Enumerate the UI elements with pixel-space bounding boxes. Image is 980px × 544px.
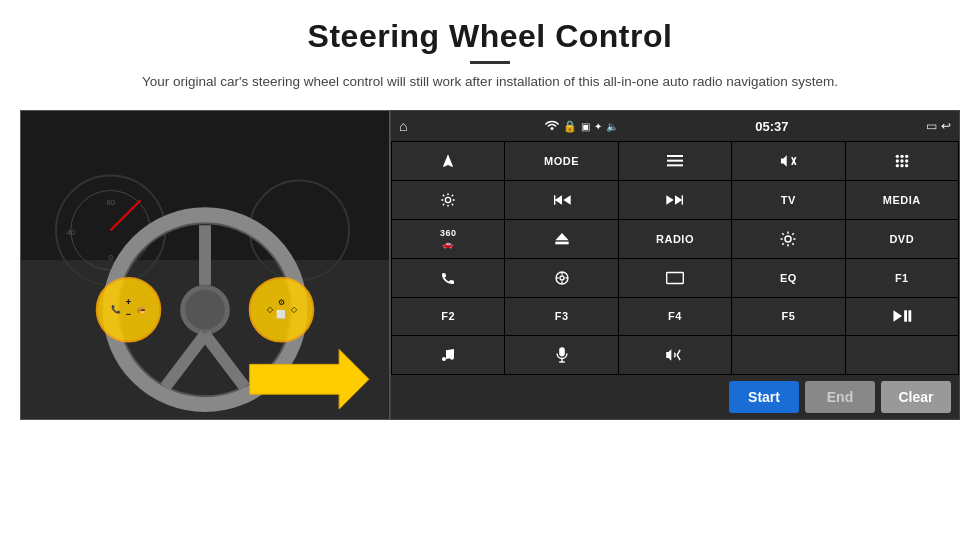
svg-text:⚙: ⚙: [278, 298, 285, 307]
svg-rect-50: [555, 241, 568, 244]
svg-point-33: [895, 155, 898, 158]
svg-point-42: [446, 197, 451, 202]
status-time: 05:37: [755, 119, 788, 134]
brightness-icon: [779, 230, 797, 248]
btn-mic[interactable]: [505, 336, 617, 374]
btn-f4[interactable]: F4: [619, 298, 731, 336]
svg-text:+: +: [126, 297, 131, 307]
svg-marker-47: [675, 195, 682, 204]
home-icon[interactable]: ⌂: [399, 118, 407, 134]
btn-dvd[interactable]: DVD: [846, 220, 958, 258]
btn-media[interactable]: MEDIA: [846, 181, 958, 219]
svg-rect-28: [667, 155, 683, 157]
svg-point-41: [905, 164, 908, 167]
svg-rect-72: [559, 348, 565, 357]
svg-marker-49: [555, 233, 568, 240]
steering-wheel-image: 80 0 40 120 + − 📞: [20, 110, 390, 420]
next-icon: [665, 193, 685, 207]
svg-point-70: [442, 357, 446, 361]
apps-icon: [894, 153, 910, 169]
phone-icon: [440, 270, 456, 286]
volback-icon: [664, 348, 686, 362]
svg-marker-43: [554, 195, 561, 204]
btn-mute[interactable]: [732, 142, 844, 180]
btn-f3[interactable]: F3: [505, 298, 617, 336]
btn-music[interactable]: [392, 336, 504, 374]
btn-prev[interactable]: [505, 181, 617, 219]
end-button[interactable]: End: [805, 381, 875, 413]
svg-point-38: [905, 159, 908, 162]
head-unit-panel: ⌂ 🔒 ▣ ✦ 🔈 05:37 ▭ ↩: [390, 110, 960, 420]
svg-line-57: [793, 243, 795, 245]
title-section: Steering Wheel Control Your original car…: [142, 18, 838, 104]
btn-360[interactable]: 360🚗: [392, 220, 504, 258]
menu-icon: [667, 154, 683, 168]
bt-icon: ✦: [594, 121, 602, 132]
svg-text:⬜: ⬜: [277, 309, 287, 319]
svg-line-59: [793, 233, 795, 235]
svg-marker-44: [563, 195, 570, 204]
button-grid: MODE: [391, 141, 959, 375]
btn-tv[interactable]: TV: [732, 181, 844, 219]
svg-rect-69: [908, 311, 911, 322]
btn-vol-back[interactable]: [619, 336, 731, 374]
vol-icon: 🔈: [606, 121, 618, 132]
btn-play-pause[interactable]: [846, 298, 958, 336]
status-bar: ⌂ 🔒 ▣ ✦ 🔈 05:37 ▭ ↩: [391, 111, 959, 141]
svg-text:◇: ◇: [267, 305, 274, 314]
btn-settings[interactable]: [392, 181, 504, 219]
btn-nav[interactable]: [392, 142, 504, 180]
page-title: Steering Wheel Control: [142, 18, 838, 55]
btn-radio[interactable]: RADIO: [619, 220, 731, 258]
btn-gps[interactable]: [505, 259, 617, 297]
svg-point-71: [450, 356, 454, 360]
svg-rect-66: [667, 272, 684, 283]
svg-marker-46: [666, 195, 673, 204]
svg-text:−: −: [126, 309, 131, 319]
back-nav-icon[interactable]: ↩: [941, 119, 951, 133]
btn-f2[interactable]: F2: [392, 298, 504, 336]
btn-eq[interactable]: EQ: [732, 259, 844, 297]
clear-button[interactable]: Clear: [881, 381, 951, 413]
start-button[interactable]: Start: [729, 381, 799, 413]
svg-rect-68: [904, 311, 907, 322]
svg-point-51: [785, 236, 791, 242]
btn-brightness[interactable]: [732, 220, 844, 258]
btn-menu[interactable]: [619, 142, 731, 180]
btn-screen[interactable]: [619, 259, 731, 297]
btn-next[interactable]: [619, 181, 731, 219]
btn-mode[interactable]: MODE: [505, 142, 617, 180]
gps-icon: [554, 270, 570, 286]
title-divider: [470, 61, 510, 64]
btn-phone[interactable]: [392, 259, 504, 297]
btn-empty1[interactable]: [732, 336, 844, 374]
cast-icon: ▭: [926, 119, 937, 133]
svg-text:40: 40: [66, 228, 75, 237]
svg-text:0: 0: [108, 253, 113, 262]
svg-marker-67: [893, 311, 902, 322]
btn-eject[interactable]: [505, 220, 617, 258]
svg-point-37: [900, 159, 903, 162]
svg-rect-30: [667, 164, 683, 166]
mic-icon: [555, 346, 569, 364]
svg-text:📻: 📻: [136, 304, 146, 314]
svg-point-61: [560, 276, 564, 280]
btn-empty2[interactable]: [846, 336, 958, 374]
playpause-icon: [892, 309, 912, 323]
svg-point-39: [895, 164, 898, 167]
svg-point-13: [185, 290, 225, 330]
svg-text:📞: 📞: [111, 304, 121, 314]
btn-apps[interactable]: [846, 142, 958, 180]
btn-f1[interactable]: F1: [846, 259, 958, 297]
screen-icon: [666, 271, 684, 285]
music-icon: [440, 347, 456, 363]
svg-line-56: [783, 233, 785, 235]
svg-point-35: [905, 155, 908, 158]
content-row: 80 0 40 120 + − 📞: [20, 110, 960, 420]
status-right-icons: ▭ ↩: [926, 119, 951, 133]
btn-f5[interactable]: F5: [732, 298, 844, 336]
wifi-icon: [545, 120, 559, 132]
svg-rect-29: [667, 160, 683, 162]
svg-line-58: [783, 243, 785, 245]
action-bar: Start End Clear: [391, 375, 959, 419]
